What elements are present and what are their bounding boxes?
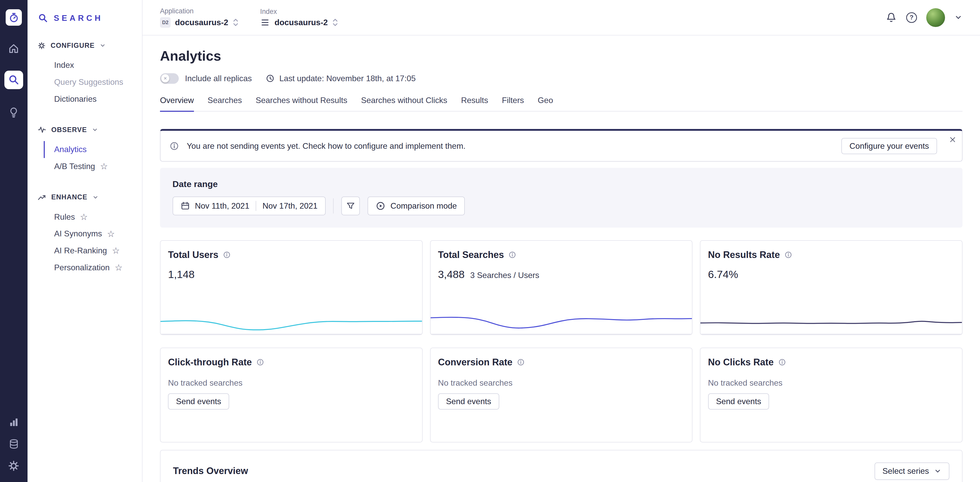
vertical-divider (333, 198, 334, 213)
star-icon[interactable]: ☆ (107, 230, 115, 238)
info-icon[interactable] (256, 358, 264, 366)
select-series-label: Select series (883, 466, 929, 476)
date-start: Nov 11th, 2021 (195, 201, 250, 211)
sort-chevrons-icon (332, 18, 338, 27)
close-icon[interactable] (949, 136, 956, 143)
last-update-text: Last update: November 18th, at 17:05 (279, 74, 416, 83)
send-events-button[interactable]: Send events (438, 393, 499, 409)
sidebar-section-configure: CONFIGURE Index Query Suggestions Dictio… (27, 39, 142, 108)
tab-overview[interactable]: Overview (160, 95, 194, 112)
date-divider (256, 201, 256, 211)
home-icon[interactable] (7, 42, 21, 55)
tab-searches[interactable]: Searches (208, 95, 242, 112)
trends-title: Trends Overview (173, 466, 248, 476)
page-meta-row: ✕ Include all replicas Last update: Nove… (160, 73, 963, 84)
topbar: Application D2 docusaurus-2 Index (143, 0, 980, 35)
chevron-down-icon[interactable] (954, 13, 963, 22)
tab-searches-without-results[interactable]: Searches without Results (256, 95, 347, 112)
chevron-down-icon (934, 467, 942, 475)
card-title: No Clicks Rate (708, 357, 774, 368)
page-title: Analytics (160, 48, 963, 64)
last-update: Last update: November 18th, at 17:05 (266, 74, 416, 83)
no-results-rate-sparkline (700, 305, 962, 335)
chevron-down-icon (92, 194, 99, 200)
metric-value: 3,488 (438, 268, 465, 281)
tab-filters[interactable]: Filters (502, 95, 524, 112)
bell-icon[interactable] (886, 12, 897, 23)
metric-cards-row: Total Users 1,148 Total Searches (160, 240, 963, 335)
card-title: Conversion Rate (438, 357, 512, 368)
info-icon[interactable] (223, 251, 231, 259)
configure-events-button[interactable]: Configure your events (842, 138, 937, 154)
section-header-enhance[interactable]: ENHANCE (27, 190, 142, 204)
funnel-icon (346, 201, 355, 211)
gear-icon[interactable] (7, 459, 21, 472)
metric-card-total-searches: Total Searches 3,488 3 Searches / Users (430, 240, 693, 335)
chevron-down-icon (100, 43, 106, 49)
sidebar-item-analytics[interactable]: Analytics (44, 141, 142, 158)
tab-results[interactable]: Results (461, 95, 488, 112)
star-icon[interactable]: ☆ (100, 162, 108, 171)
card-title: Total Searches (438, 249, 504, 260)
calendar-icon (181, 201, 190, 211)
app-window: SEARCH CONFIGURE I (0, 0, 980, 482)
date-range-button[interactable]: Nov 11th, 2021 Nov 17th, 2021 (173, 197, 326, 215)
select-series-button[interactable]: Select series (875, 463, 950, 480)
sidebar-item-ai-re-ranking[interactable]: AI Re-Ranking ☆ (44, 242, 142, 259)
sidebar-item-ai-synonyms[interactable]: AI Synonyms ☆ (44, 225, 142, 242)
help-icon[interactable]: ? (906, 12, 917, 23)
star-icon[interactable]: ☆ (112, 246, 119, 255)
toggle-knob: ✕ (161, 74, 170, 82)
send-events-button[interactable]: Send events (168, 393, 229, 409)
tab-geo[interactable]: Geo (538, 95, 553, 112)
event-card-conversion-rate: Conversion Rate No tracked searches Send… (430, 348, 693, 442)
sidebar-item-index[interactable]: Index (44, 57, 142, 74)
section-header-observe[interactable]: OBSERVE (27, 123, 142, 137)
sidebar-section-enhance: ENHANCE Rules ☆ AI Synonyms ☆ AI Re-Rank… (27, 190, 142, 276)
lightbulb-icon[interactable] (7, 106, 21, 119)
sidebar-item-ab-testing[interactable]: A/B Testing ☆ (44, 158, 142, 175)
search-logo[interactable]: SEARCH (27, 0, 142, 23)
sidebar-item-query-suggestions[interactable]: Query Suggestions (44, 74, 142, 91)
index-dropdown[interactable]: docusaurus-2 (260, 17, 338, 27)
banner-message: You are not sending events yet. Check ho… (187, 141, 466, 151)
info-icon[interactable] (784, 251, 792, 259)
avatar[interactable] (926, 8, 945, 27)
section-header-configure[interactable]: CONFIGURE (27, 39, 142, 52)
analytics-bars-icon[interactable] (7, 415, 21, 429)
event-card-click-through-rate: Click-through Rate No tracked searches S… (160, 348, 423, 442)
search-section-icon[interactable] (4, 71, 23, 89)
include-replicas-toggle[interactable]: ✕ (160, 73, 179, 84)
info-icon[interactable] (778, 358, 786, 366)
main-content: Analytics ✕ Include all replicas Last up… (143, 35, 980, 482)
database-icon[interactable] (7, 437, 21, 451)
app-switcher-logo[interactable] (6, 9, 22, 25)
no-tracked-searches-text: No tracked searches (438, 378, 684, 388)
rail-bottom-group (7, 415, 21, 473)
tab-searches-without-clicks[interactable]: Searches without Clicks (361, 95, 447, 112)
activity-icon (38, 125, 46, 134)
sidebar-item-dictionaries[interactable]: Dictionaries (44, 90, 142, 108)
info-icon[interactable] (517, 358, 525, 366)
star-icon[interactable]: ☆ (80, 212, 88, 221)
events-banner: You are not sending events yet. Check ho… (160, 129, 963, 161)
application-dropdown[interactable]: D2 docusaurus-2 (160, 17, 239, 28)
star-icon[interactable]: ☆ (115, 263, 123, 272)
index-label: Index (260, 8, 338, 16)
sidebar-item-rules[interactable]: Rules ☆ (44, 208, 142, 225)
search-logo-text: SEARCH (54, 13, 103, 23)
clock-icon (266, 74, 275, 83)
no-tracked-searches-text: No tracked searches (168, 378, 414, 388)
info-icon[interactable] (508, 251, 517, 259)
section-label: OBSERVE (51, 126, 87, 134)
total-users-sparkline (161, 305, 422, 335)
icon-rail (0, 0, 27, 482)
analytics-tabs: Overview Searches Searches without Resul… (160, 95, 963, 111)
comparison-mode-button[interactable]: Comparison mode (368, 197, 465, 215)
sidebar-item-personalization[interactable]: Personalization ☆ (44, 259, 142, 276)
send-events-button[interactable]: Send events (708, 393, 769, 409)
filter-button[interactable] (341, 197, 360, 215)
card-title: Total Users (168, 249, 218, 260)
stopwatch-icon (8, 12, 19, 23)
event-cards-row: Click-through Rate No tracked searches S… (160, 348, 963, 442)
